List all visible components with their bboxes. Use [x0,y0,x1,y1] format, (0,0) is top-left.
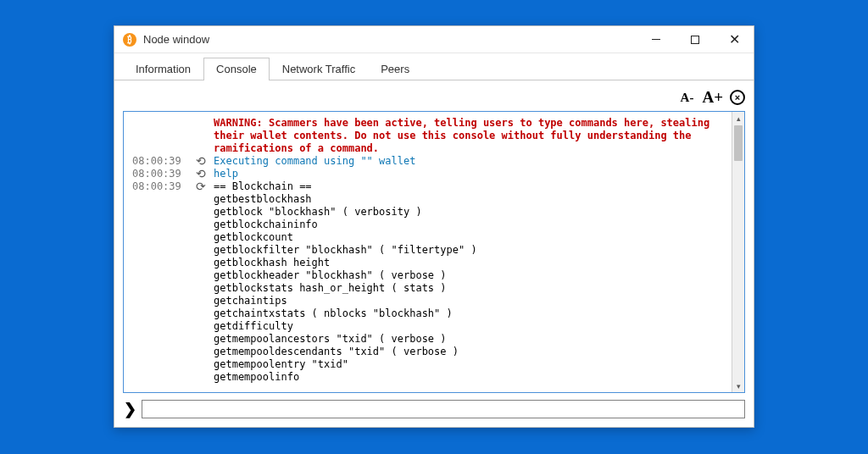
log-row: 08:00:39 ⟳ == Blockchain == getbestblock… [132,180,728,384]
tab-console[interactable]: Console [203,58,270,80]
console-output: WARNING: Scammers have been active, tell… [123,111,745,393]
titlebar: ₿ Node window ✕ [114,26,754,53]
reply-out-icon: ⟲ [188,155,214,168]
tab-information[interactable]: Information [123,58,203,80]
log-row: 08:00:39 ⟲ help [132,168,728,180]
warning-text: WARNING: Scammers have been active, tell… [214,117,728,155]
log-time: 08:00:39 [132,168,188,180]
log-text: help [214,168,728,180]
tab-network-traffic[interactable]: Network Traffic [270,58,368,80]
minimize-button[interactable] [637,26,676,53]
reply-out-icon: ⟲ [188,168,214,180]
bitcoin-icon: ₿ [123,33,136,47]
font-smaller-button[interactable]: A- [679,91,696,105]
log-row: 08:00:39 ⟲ Executing command using "" wa… [132,155,728,168]
scrollbar[interactable]: ▴ ▾ [732,112,744,392]
node-window: ₿ Node window ✕ Information Console Netw… [114,25,754,428]
window-controls: ✕ [637,26,754,53]
window-title: Node window [143,33,637,46]
close-button[interactable]: ✕ [715,26,754,53]
console-warning: WARNING: Scammers have been active, tell… [132,117,728,155]
command-input-row: ❯ [123,400,745,418]
console-scroll-area[interactable]: WARNING: Scammers have been active, tell… [124,112,732,392]
console-toolbar: A- A+ × [123,87,745,108]
maximize-button[interactable] [676,26,715,53]
reply-in-icon: ⟳ [188,180,214,193]
scroll-up-icon[interactable]: ▴ [732,112,745,125]
close-icon: ✕ [729,33,740,47]
command-input[interactable] [142,400,745,418]
clear-icon: × [735,92,740,102]
log-time: 08:00:39 [132,155,188,168]
clear-console-button[interactable]: × [730,90,745,105]
minimize-icon [652,39,660,40]
log-text: == Blockchain == getbestblockhash getblo… [214,180,728,384]
scroll-thumb[interactable] [734,125,743,161]
scroll-down-icon[interactable]: ▾ [732,379,745,392]
maximize-icon [691,36,699,44]
tab-peers[interactable]: Peers [368,58,422,80]
log-text: Executing command using "" wallet [214,155,728,168]
prompt-icon: ❯ [123,400,136,418]
font-larger-button[interactable]: A+ [700,88,725,107]
console-panel: A- A+ × WARNING: Scammers have been acti… [114,80,754,427]
log-time: 08:00:39 [132,180,188,193]
tabbar: Information Console Network Traffic Peer… [114,53,754,80]
